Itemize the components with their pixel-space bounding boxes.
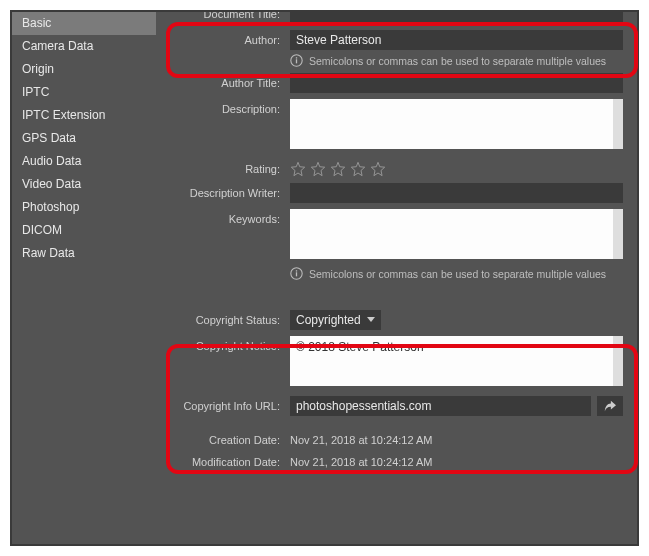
star-icon[interactable] [350,161,366,177]
star-icon[interactable] [310,161,326,177]
author-hint: Semicolons or commas can be used to sepa… [290,54,623,67]
svg-rect-4 [296,272,297,276]
rating-label: Rating: [170,159,290,175]
info-icon [290,54,303,67]
star-icon[interactable] [330,161,346,177]
sidebar-item-camera-data[interactable]: Camera Data [12,35,156,58]
file-info-panel: Basic Camera Data Origin IPTC IPTC Exten… [10,10,639,546]
sidebar-item-origin[interactable]: Origin [12,58,156,81]
copyright-notice-input[interactable]: © 2018 Steve Patterson [290,336,623,386]
sidebar-item-raw-data[interactable]: Raw Data [12,242,156,265]
keywords-input[interactable] [290,209,623,259]
keywords-hint: Semicolons or commas can be used to sepa… [290,267,623,280]
creation-date-value: Nov 21, 2018 at 10:24:12 AM [290,430,433,446]
author-input[interactable] [290,30,623,50]
star-icon[interactable] [370,161,386,177]
svg-rect-5 [296,270,297,271]
author-title-label: Author Title: [170,73,290,89]
document-title-input[interactable] [290,12,623,24]
sidebar-item-basic[interactable]: Basic [12,12,156,35]
category-sidebar: Basic Camera Data Origin IPTC IPTC Exten… [12,12,156,544]
description-writer-input[interactable] [290,183,623,203]
description-writer-label: Description Writer: [170,183,290,199]
go-to-url-button[interactable] [597,396,623,416]
arrow-share-icon [603,400,617,412]
info-icon [290,267,303,280]
modification-date-label: Modification Date: [170,452,290,468]
creation-date-label: Creation Date: [170,430,290,446]
author-label: Author: [170,30,290,46]
modification-date-value: Nov 21, 2018 at 10:24:12 AM [290,452,433,468]
rating-stars[interactable] [290,159,623,177]
form-area: Document Title: Author: Semicolons or co… [156,12,637,544]
description-label: Description: [170,99,290,115]
svg-rect-1 [296,59,297,63]
svg-rect-2 [296,57,297,58]
sidebar-item-photoshop[interactable]: Photoshop [12,196,156,219]
sidebar-item-iptc-extension[interactable]: IPTC Extension [12,104,156,127]
sidebar-item-gps-data[interactable]: GPS Data [12,127,156,150]
sidebar-item-dicom[interactable]: DICOM [12,219,156,242]
sidebar-item-video-data[interactable]: Video Data [12,173,156,196]
copyright-url-input[interactable] [290,396,591,416]
copyright-notice-label: Copyright Notice: [170,336,290,352]
sidebar-item-audio-data[interactable]: Audio Data [12,150,156,173]
keywords-label: Keywords: [170,209,290,225]
copyright-status-select[interactable]: Copyrighted [290,310,381,330]
copyright-status-label: Copyright Status: [170,310,290,326]
author-title-input[interactable] [290,73,623,93]
description-input[interactable] [290,99,623,149]
sidebar-item-iptc[interactable]: IPTC [12,81,156,104]
document-title-label: Document Title: [170,12,290,20]
star-icon[interactable] [290,161,306,177]
copyright-url-label: Copyright Info URL: [170,396,290,412]
